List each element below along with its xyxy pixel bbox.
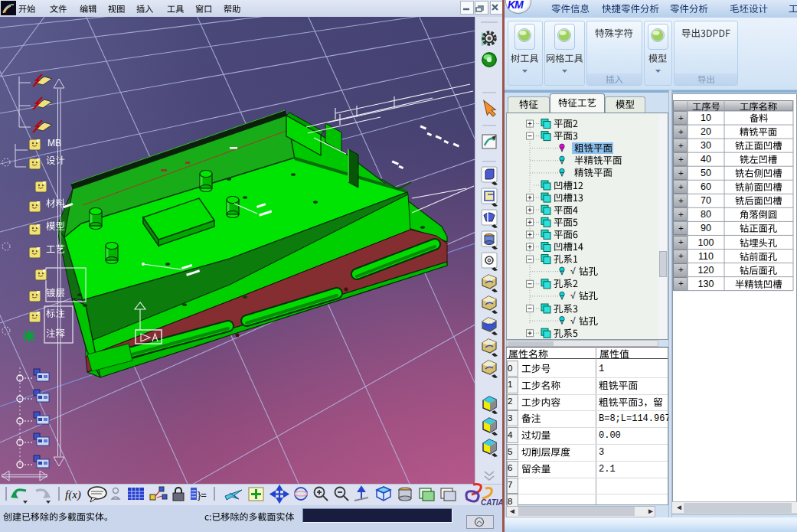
svg-text:}=: }= bbox=[198, 489, 207, 501]
svg-text:f(x): f(x) bbox=[65, 488, 81, 501]
